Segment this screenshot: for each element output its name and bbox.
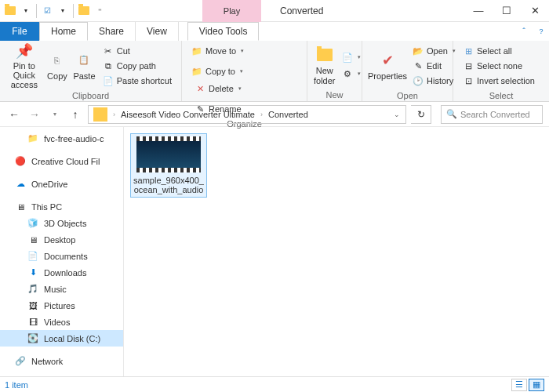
edit-button[interactable]: ✎Edit (409, 59, 459, 73)
open-button[interactable]: 📂Open▾ (409, 44, 459, 58)
recent-dropdown[interactable]: ▾ (47, 107, 63, 122)
disk-icon: 💽 (27, 333, 39, 344)
tab-file[interactable]: File (0, 22, 39, 41)
file-list[interactable]: sample_960x400_ocean_with_audio (124, 127, 549, 376)
new-folder-button[interactable]: New folder (312, 43, 337, 89)
cut-button[interactable]: ✂Cut (100, 44, 175, 58)
nav-item-videos[interactable]: 🎞Videos (0, 314, 123, 330)
paste-button[interactable]: 📋 Paste (71, 43, 97, 89)
nav-item-fvc-free-audio-c[interactable]: 📁fvc-free-audio-c (0, 130, 123, 147)
music-icon: 🎵 (27, 284, 39, 295)
back-button[interactable]: ← (6, 107, 22, 122)
icons-view-button[interactable]: ▦ (529, 379, 544, 391)
history-icon: 🕑 (413, 75, 424, 86)
chevron-right-icon[interactable]: › (258, 111, 265, 118)
group-clipboard: 📌 Pin to Quick access ⎘ Copy 📋 Paste ✂Cu… (0, 41, 182, 101)
group-select: ⊞Select all ⊟Select none ⊡Invert selecti… (453, 41, 549, 101)
invert-selection-button[interactable]: ⊡Invert selection (460, 74, 538, 88)
file-item[interactable]: sample_960x400_ocean_with_audio (130, 133, 207, 198)
nav-label: Network (31, 357, 63, 366)
ribbon: 📌 Pin to Quick access ⎘ Copy 📋 Paste ✂Cu… (0, 41, 549, 102)
easy-access-icon: ⚙ (342, 68, 353, 79)
folder-icon-2[interactable] (77, 2, 91, 20)
history-button[interactable]: 🕑History (409, 74, 459, 88)
copy-button[interactable]: ⎘ Copy (44, 43, 71, 89)
cut-icon: ✂ (103, 45, 114, 56)
maximize-button[interactable]: ☐ (493, 0, 521, 22)
nav-item-documents[interactable]: 📄Documents (0, 248, 123, 264)
nav-item-local-disk-c-[interactable]: 💽Local Disk (C:) (0, 330, 123, 347)
nav-item-pictures[interactable]: 🖼Pictures (0, 297, 123, 314)
edit-icon: ✎ (413, 60, 424, 71)
nav-label: Documents (44, 252, 88, 261)
new-item-button[interactable]: 📄▾ (339, 50, 364, 64)
folder-icon (93, 107, 107, 122)
copy-path-button[interactable]: ⧉Copy path (100, 59, 175, 73)
help-icon[interactable]: ? (533, 22, 549, 41)
folder-icon[interactable] (3, 2, 17, 20)
cc-icon: 🔴 (14, 156, 27, 167)
select-all-button[interactable]: ⊞Select all (460, 44, 538, 58)
paste-shortcut-button[interactable]: 📄Paste shortcut (100, 74, 175, 88)
properties-button[interactable]: ✔ Properties (367, 43, 408, 89)
tab-home[interactable]: Home (39, 22, 88, 41)
nav-label: Local Disk (C:) (44, 334, 100, 343)
video-thumbnail (136, 136, 201, 172)
search-input[interactable]: 🔍 Search Converted (441, 105, 543, 124)
nav-item-downloads[interactable]: ⬇Downloads (0, 264, 123, 281)
pin-to-quick-access-button[interactable]: 📌 Pin to Quick access (5, 43, 44, 89)
search-placeholder: Search Converted (460, 110, 530, 119)
select-none-icon: ⊟ (463, 60, 474, 71)
paste-icon: 📋 (75, 51, 93, 70)
view-buttons: ☰ ▦ (511, 379, 544, 391)
select-all-icon: ⊞ (463, 45, 474, 56)
copy-path-icon: ⧉ (103, 60, 114, 71)
help-button[interactable]: ˆ (514, 22, 533, 41)
nav-item-3d-objects[interactable]: 🧊3D Objects (0, 215, 123, 231)
nav-item-onedrive[interactable]: ☁OneDrive (0, 176, 123, 192)
nav-label: Pictures (44, 301, 75, 310)
chevron-right-icon[interactable]: › (111, 111, 118, 118)
nav-item-creative-cloud-fil[interactable]: 🔴Creative Cloud Fil (0, 153, 123, 169)
forward-button[interactable]: → (27, 107, 42, 122)
move-to-button[interactable]: 📁Move to▾ (188, 44, 247, 58)
minimize-button[interactable]: — (464, 0, 493, 22)
path-segment[interactable]: Converted (265, 106, 311, 123)
nav-label: Downloads (44, 268, 86, 278)
downloads-icon: ⬇ (27, 267, 39, 278)
delete-button[interactable]: ✕Delete▾ (191, 82, 245, 96)
refresh-button[interactable]: ↻ (411, 105, 431, 124)
nav-item-desktop[interactable]: 🖥Desktop (0, 231, 123, 248)
qat-dropdown-2[interactable]: ▼ (56, 2, 70, 20)
path-segment[interactable]: Aiseesoft Video Converter Ultimate (118, 106, 258, 123)
onedrive-icon: ☁ (14, 179, 27, 190)
nav-item-network[interactable]: 🔗Network (0, 353, 123, 369)
window-controls: — ☐ ✕ (464, 0, 549, 22)
up-button[interactable]: ↑ (67, 107, 83, 122)
nav-item-this-pc[interactable]: 🖥This PC (0, 198, 123, 215)
qat-dropdown[interactable]: ▼ (19, 2, 33, 20)
group-label: Clipboard (0, 91, 181, 102)
close-button[interactable]: ✕ (521, 0, 549, 22)
nav-item-music[interactable]: 🎵Music (0, 281, 123, 297)
nav-label: Creative Cloud Fil (31, 157, 100, 166)
easy-access-button[interactable]: ⚙▾ (339, 67, 364, 81)
tab-view[interactable]: View (136, 22, 179, 41)
search-icon: 🔍 (446, 109, 457, 119)
divider (36, 4, 37, 18)
chevron-down-icon: ▾ (358, 71, 361, 77)
copy-to-icon: 📁 (191, 66, 202, 77)
tab-share[interactable]: Share (88, 22, 136, 41)
new-item-icon: 📄 (342, 52, 353, 63)
nav-label: This PC (31, 202, 62, 212)
properties-qat-icon[interactable]: ☑ (40, 2, 54, 20)
copy-to-button[interactable]: 📁Copy to▾ (188, 64, 247, 78)
details-view-button[interactable]: ☰ (511, 379, 527, 391)
overflow-icon[interactable]: ⁼ (93, 2, 107, 20)
copy-icon: ⎘ (48, 51, 67, 70)
select-none-button[interactable]: ⊟Select none (460, 59, 538, 73)
pin-icon: 📌 (15, 42, 34, 60)
path-dropdown[interactable]: ⌄ (390, 111, 404, 118)
tab-video-tools[interactable]: Video Tools (187, 22, 260, 41)
address-path[interactable]: › Aiseesoft Video Converter Ultimate › C… (88, 105, 406, 124)
